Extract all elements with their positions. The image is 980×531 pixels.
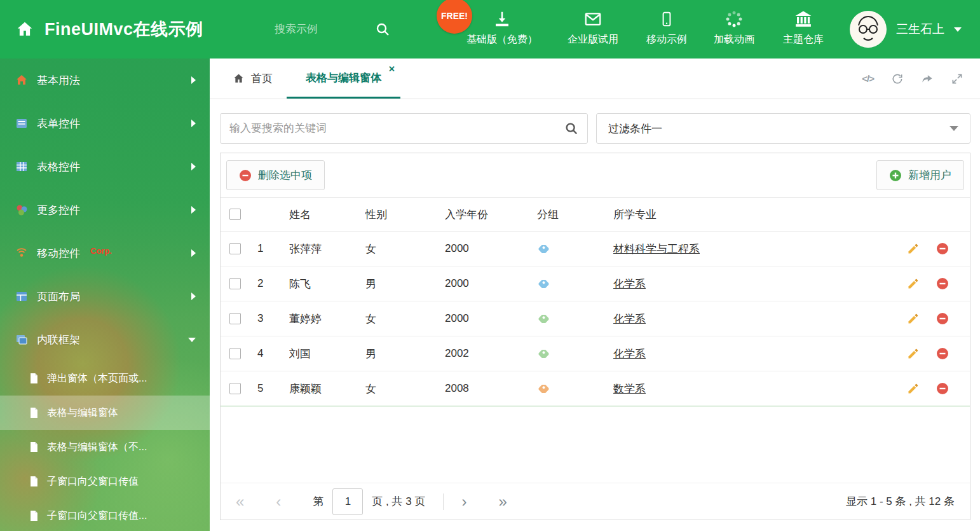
keyword-search-input[interactable]	[229, 122, 558, 135]
table-row: 4 刘国 男 2002 化学系	[221, 336, 970, 371]
cell-name: 康颖颖	[289, 382, 365, 396]
share-icon[interactable]	[921, 72, 934, 85]
avatar[interactable]	[850, 11, 887, 48]
grid-toolbar: 删除选中项 新增用户	[221, 153, 970, 198]
row-checkbox[interactable]	[229, 278, 241, 289]
brand[interactable]: FineUIMvc在线示例	[15, 0, 203, 59]
sidebar-item-label: 基本用法	[37, 73, 80, 88]
tag-icon	[538, 315, 549, 323]
sidebar-subitem-grid-edit-window-2[interactable]: 表格与编辑窗体（不...	[0, 430, 210, 464]
table-icon	[15, 160, 28, 173]
column-header-year: 入学年份	[445, 207, 537, 222]
cell-name: 董婷婷	[289, 312, 365, 326]
nav-item-theme-repo[interactable]: 主题仓库	[783, 10, 824, 46]
tag-icon	[538, 350, 549, 358]
cell-year: 2008	[445, 382, 537, 395]
row-checkbox[interactable]	[229, 243, 241, 254]
sidebar-subitem-popup-window[interactable]: 弹出窗体（本页面或...	[0, 361, 210, 396]
search-icon[interactable]	[564, 121, 578, 135]
nav-item-enterprise-trial[interactable]: 企业版试用	[568, 10, 618, 46]
tab-grid-edit-window[interactable]: 表格与编辑窗体 ✕	[287, 59, 400, 99]
tab-home[interactable]: 首页	[219, 59, 287, 99]
row-checkbox[interactable]	[229, 383, 241, 394]
sidebar-subitem-label: 子窗口向父窗口传值	[47, 475, 139, 488]
cell-gender: 男	[365, 347, 445, 361]
filter-row: 过滤条件一	[220, 113, 970, 144]
major-link[interactable]: 化学系	[613, 312, 646, 326]
nav-label: 企业版试用	[568, 33, 618, 46]
edit-icon[interactable]	[899, 277, 928, 290]
sidebar-item-form-controls[interactable]: 表单控件	[0, 102, 210, 145]
first-page-icon[interactable]: «	[236, 494, 244, 509]
row-checkbox[interactable]	[229, 348, 241, 359]
select-all-checkbox[interactable]	[229, 209, 241, 220]
close-icon[interactable]: ✕	[388, 64, 395, 74]
edit-icon[interactable]	[899, 382, 928, 395]
header-search-input[interactable]	[275, 23, 375, 36]
nav-item-basic-free[interactable]: 基础版（免费）	[466, 10, 538, 46]
tag-icon	[538, 245, 549, 253]
minus-circle-icon	[239, 169, 252, 182]
cell-name: 张萍萍	[289, 242, 365, 256]
corp-badge: Corp.	[90, 246, 112, 256]
file-icon	[29, 510, 39, 521]
form-icon	[15, 117, 28, 130]
page-number-input[interactable]	[332, 488, 363, 515]
tab-label: 表格与编辑窗体	[306, 71, 381, 85]
major-link[interactable]: 数学系	[613, 382, 646, 396]
add-user-button[interactable]: 新增用户	[876, 160, 964, 190]
column-header-major: 所学专业	[613, 207, 899, 222]
bank-icon	[794, 10, 813, 29]
page-label-prefix: 第	[313, 494, 323, 509]
delete-icon[interactable]	[928, 347, 957, 360]
envelope-icon	[583, 10, 603, 29]
nav-label: 移动示例	[646, 33, 687, 46]
sidebar-item-basic-usage[interactable]: 基本用法	[0, 59, 210, 102]
home-icon	[233, 72, 245, 85]
column-header-gender: 性别	[365, 207, 445, 222]
delete-icon[interactable]	[928, 312, 957, 325]
last-page-icon[interactable]: »	[498, 494, 507, 509]
cell-year: 2000	[445, 277, 537, 290]
delete-icon[interactable]	[928, 242, 957, 255]
edit-icon[interactable]	[899, 347, 928, 360]
user-menu[interactable]: 三生石上	[850, 0, 962, 59]
sidebar-subitem-child-to-parent-2[interactable]: 子窗口向父窗口传值...	[0, 499, 210, 531]
sidebar-item-mobile-controls[interactable]: 移动控件 Corp.	[0, 231, 210, 275]
cell-name: 刘国	[289, 347, 365, 361]
tab-actions: </>	[862, 59, 980, 99]
sidebar-item-more-controls[interactable]: 更多控件	[0, 188, 210, 231]
row-number: 4	[257, 347, 289, 360]
source-code-icon[interactable]: </>	[862, 73, 874, 84]
nav-item-mobile-demo[interactable]: 移动示例	[646, 10, 687, 46]
sidebar-item-inline-frame[interactable]: 内联框架	[0, 318, 210, 361]
sidebar-item-page-layout[interactable]: 页面布局	[0, 275, 210, 318]
delete-icon[interactable]	[928, 277, 957, 290]
sidebar-subitem-child-to-parent[interactable]: 子窗口向父窗口传值	[0, 464, 210, 499]
prev-page-icon[interactable]: ‹	[276, 494, 281, 509]
filter-dropdown[interactable]: 过滤条件一	[596, 113, 970, 144]
cell-year: 2000	[445, 312, 537, 325]
chevron-down-icon	[188, 338, 196, 342]
sidebar-item-label: 移动控件	[37, 246, 80, 261]
sidebar-subitem-grid-edit-window[interactable]: 表格与编辑窗体	[0, 396, 210, 430]
edit-icon[interactable]	[899, 312, 928, 325]
major-link[interactable]: 材料科学与工程系	[613, 242, 700, 256]
sidebar-item-label: 内联框架	[37, 333, 80, 347]
major-link[interactable]: 化学系	[613, 277, 646, 291]
expand-icon[interactable]	[951, 72, 963, 85]
row-number: 1	[257, 242, 289, 255]
file-icon	[29, 373, 39, 384]
column-header-name: 姓名	[289, 207, 365, 222]
row-checkbox[interactable]	[229, 313, 241, 324]
edit-icon[interactable]	[899, 242, 928, 255]
search-icon[interactable]	[375, 22, 390, 37]
next-page-icon[interactable]: ›	[461, 494, 466, 509]
sidebar-item-grid-controls[interactable]: 表格控件	[0, 145, 210, 188]
table-row: 5 康颖颖 女 2008 数学系	[221, 371, 970, 406]
delete-icon[interactable]	[928, 382, 957, 395]
major-link[interactable]: 化学系	[613, 347, 646, 361]
nav-item-loading-animation[interactable]: 加载动画	[714, 10, 754, 46]
delete-selected-button[interactable]: 删除选中项	[226, 160, 325, 190]
refresh-icon[interactable]	[891, 72, 904, 85]
